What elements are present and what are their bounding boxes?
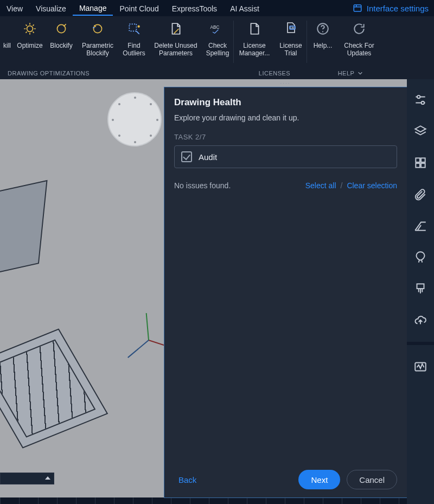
settings-sliders-icon[interactable]: [413, 92, 428, 107]
chevron-up-icon: [45, 476, 50, 480]
ribbon-delete-unused-parameters[interactable]: Delete Unused Parameters: [150, 18, 202, 60]
layer-selector[interactable]: [0, 473, 54, 484]
main-area: ···· Drawing Health Explore your drawing…: [0, 79, 434, 504]
ribbon-optimize[interactable]: Optimize: [14, 18, 46, 60]
layers-icon[interactable]: [413, 124, 428, 139]
optimize-icon: [22, 21, 38, 37]
model-geometry: [0, 328, 108, 448]
back-button[interactable]: Back: [174, 472, 201, 488]
ribbon-blockify[interactable]: Blockify: [46, 18, 77, 60]
tab-pointcloud[interactable]: Point Cloud: [113, 1, 165, 15]
ribbon-panel-labels: DRAWING OPTIMIZATIONS LICENSES HELP: [0, 67, 434, 79]
activity-icon[interactable]: [413, 359, 428, 374]
delete-parameters-icon: [168, 21, 184, 37]
view-compass[interactable]: [107, 92, 162, 146]
panel-label-licenses: LICENSES: [237, 70, 312, 76]
license-manager-icon: [246, 21, 263, 37]
tab-expresstools[interactable]: ExpressTools: [165, 1, 224, 15]
parametric-blockify-icon: [90, 21, 106, 37]
svg-point-5: [138, 25, 140, 28]
ribbon-check-spelling[interactable]: ABC Check Spelling: [202, 18, 233, 60]
kill-icon: [0, 21, 15, 37]
ribbon-license-trial[interactable]: Lite License Trial: [275, 18, 307, 60]
panel-drag-handle[interactable]: ····: [164, 79, 407, 87]
task-check-icon: [181, 151, 192, 162]
svg-point-1: [27, 26, 33, 32]
next-button[interactable]: Next: [298, 470, 340, 489]
ribbon-check-updates[interactable]: Check For Updates: [339, 18, 380, 60]
cloud-upload-icon[interactable]: [413, 312, 428, 328]
svg-point-12: [422, 101, 424, 104]
svg-point-10: [322, 31, 323, 32]
ribbon-kill[interactable]: kill: [0, 18, 14, 60]
interface-settings-label: Interface settings: [367, 4, 429, 13]
tab-aiassist[interactable]: AI Assist: [224, 1, 266, 15]
panel-label-help[interactable]: HELP: [312, 70, 388, 76]
check-spelling-icon: ABC: [209, 21, 226, 37]
svg-point-11: [417, 95, 420, 98]
interface-settings-icon: [353, 3, 362, 13]
tab-manage[interactable]: Manage: [73, 1, 113, 16]
svg-text:Lite: Lite: [290, 26, 295, 29]
drawing-health-panel: Drawing Health Explore your drawing and …: [164, 87, 407, 498]
menubar: View Visualize Manage Point Cloud Expres…: [0, 0, 434, 16]
blockify-icon: [53, 21, 69, 37]
interface-settings-button[interactable]: Interface settings: [353, 3, 434, 13]
svg-rect-17: [417, 284, 424, 289]
chevron-down-icon: [358, 71, 363, 76]
svg-rect-0: [354, 5, 361, 11]
find-outliers-icon: [126, 21, 142, 37]
panel-title: Drawing Health: [174, 97, 397, 108]
tab-visualize[interactable]: Visualize: [29, 1, 73, 15]
model-geometry: [0, 180, 48, 277]
task-card-audit[interactable]: Audit: [174, 145, 397, 168]
svg-text:ABC: ABC: [210, 25, 220, 30]
svg-rect-15: [416, 163, 420, 168]
brush-icon[interactable]: [413, 281, 428, 296]
check-updates-icon: [351, 21, 367, 37]
svg-rect-16: [421, 163, 425, 168]
ribbon-license-manager[interactable]: License Manager...: [234, 18, 275, 60]
license-trial-icon: Lite: [283, 21, 299, 37]
bottom-ruler: [0, 497, 407, 504]
separator: /: [341, 181, 343, 190]
task-name: Audit: [199, 152, 217, 162]
grid-icon[interactable]: [413, 155, 428, 170]
right-tool-rail: [407, 79, 434, 504]
crop-icon[interactable]: [413, 218, 428, 233]
select-all-link[interactable]: Select all: [305, 181, 336, 190]
balloon-icon[interactable]: [413, 250, 428, 265]
panel-footer: Back Next Cancel: [164, 462, 407, 497]
svg-rect-14: [421, 158, 425, 162]
ribbon-help[interactable]: Help...: [307, 18, 339, 60]
svg-rect-4: [129, 24, 136, 31]
task-progress-label: TASK 2/7: [174, 133, 397, 141]
no-issues-message: No issues found.: [174, 181, 231, 190]
help-icon: [315, 21, 331, 37]
tab-view[interactable]: View: [0, 1, 29, 15]
ribbon-find-outliers[interactable]: Find Outliers: [118, 18, 150, 60]
panel-label-drawing-optimizations: DRAWING OPTIMIZATIONS: [0, 70, 237, 76]
cancel-button[interactable]: Cancel: [347, 470, 397, 489]
ribbon: kill Optimize Blockify Parametric Blocki…: [0, 16, 434, 79]
ribbon-parametric-blockify[interactable]: Parametric Blockify: [77, 18, 118, 60]
svg-rect-13: [416, 158, 420, 162]
clear-selection-link[interactable]: Clear selection: [347, 181, 397, 190]
panel-subtitle: Explore your drawing and clean it up.: [174, 113, 397, 122]
attachment-icon[interactable]: [413, 187, 428, 202]
rail-divider: [407, 342, 434, 345]
